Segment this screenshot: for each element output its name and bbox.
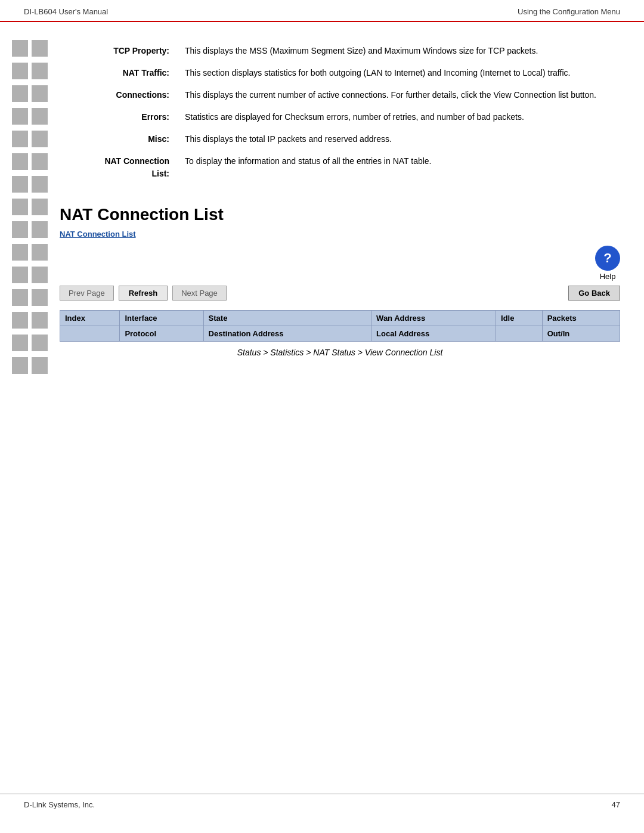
sidebar-pair-7 xyxy=(12,176,48,193)
sidebar-pair-2 xyxy=(12,63,48,79)
manual-title: DI-LB604 User's Manual xyxy=(24,7,108,16)
prop-label-nat-traffic: NAT Traffic: xyxy=(60,62,179,84)
sidebar-block xyxy=(12,267,28,283)
sidebar-block xyxy=(32,131,48,147)
prop-desc-nat-connection-list: To display the information and status of… xyxy=(179,150,620,185)
properties-table: TCP Property: This displays the MSS (Max… xyxy=(60,40,620,185)
sidebar-block xyxy=(12,244,28,261)
col-interface: Interface xyxy=(120,311,203,326)
footer-company: D-Link Systems, Inc. xyxy=(24,800,95,809)
sidebar-pair-1 xyxy=(12,40,48,57)
col-destination-address: Destination Address xyxy=(203,326,371,342)
sidebar-block xyxy=(32,357,48,374)
col-idle: Idle xyxy=(496,311,543,326)
sidebar-pair-3 xyxy=(12,85,48,102)
sidebar-pair-4 xyxy=(12,108,48,125)
sidebar-block xyxy=(12,108,28,125)
sidebar-block xyxy=(32,312,48,329)
sidebar-block xyxy=(12,176,28,193)
col-out-in: Out/In xyxy=(542,326,620,342)
col-wan-address: Wan Address xyxy=(371,311,496,326)
sidebar-block xyxy=(32,244,48,261)
sidebar-block xyxy=(32,176,48,193)
sidebar-block xyxy=(32,289,48,306)
sidebar-block xyxy=(32,199,48,215)
nat-connection-list-section: NAT Connection List NAT Connection List … xyxy=(60,199,620,357)
sidebar-block xyxy=(32,153,48,170)
sidebar-pair-6 xyxy=(12,153,48,170)
sidebar-pair-5 xyxy=(12,131,48,147)
prev-page-button[interactable]: Prev Page xyxy=(60,286,114,301)
sidebar-block xyxy=(12,335,28,351)
sidebar-block xyxy=(12,199,28,215)
next-page-button[interactable]: Next Page xyxy=(172,286,227,301)
prop-label-connections: Connections: xyxy=(60,84,179,106)
sidebar-block xyxy=(12,85,28,102)
sidebar-block xyxy=(12,221,28,238)
sidebar-block xyxy=(12,312,28,329)
breadcrumb-path: Status > Statistics > NAT Status > View … xyxy=(60,348,620,357)
col-empty2 xyxy=(496,326,543,342)
prop-row-misc: Misc: This displays the total IP packets… xyxy=(60,128,620,150)
sidebar-block xyxy=(32,63,48,79)
help-icon: ? xyxy=(595,246,620,271)
sidebar-block xyxy=(32,267,48,283)
content-area: TCP Property: This displays the MSS (Max… xyxy=(54,34,644,376)
sidebar-block xyxy=(12,289,28,306)
connection-list-table: Index Interface State Wan Address Idle P… xyxy=(60,310,620,342)
prop-desc-connections: This displays the current number of acti… xyxy=(179,84,620,106)
prop-row-nat-traffic: NAT Traffic: This section displays stati… xyxy=(60,62,620,84)
table-header-row2: Protocol Destination Address Local Addre… xyxy=(60,326,620,342)
sidebar-pair-13 xyxy=(12,312,48,329)
page-footer: D-Link Systems, Inc. 47 xyxy=(0,794,644,815)
sidebar-block xyxy=(32,335,48,351)
go-back-button[interactable]: Go Back xyxy=(568,286,620,301)
col-state: State xyxy=(203,311,371,326)
prop-desc-errors: Statistics are displayed for Checksum er… xyxy=(179,106,620,128)
sidebar-pair-15 xyxy=(12,357,48,374)
sidebar-block xyxy=(32,108,48,125)
col-empty xyxy=(60,326,120,342)
sidebar-pair-10 xyxy=(12,244,48,261)
page-header: DI-LB604 User's Manual Using the Configu… xyxy=(0,0,644,22)
sidebar-block xyxy=(32,40,48,57)
nat-breadcrumb-link[interactable]: NAT Connection List xyxy=(60,230,136,239)
col-local-address: Local Address xyxy=(371,326,496,342)
sidebar xyxy=(0,34,54,376)
prop-label-tcp: TCP Property: xyxy=(60,40,179,62)
main-layout: TCP Property: This displays the MSS (Max… xyxy=(0,22,644,376)
table-header-row1: Index Interface State Wan Address Idle P… xyxy=(60,311,620,326)
sidebar-block xyxy=(32,221,48,238)
prop-label-nat-connection-list: NAT ConnectionList: xyxy=(60,150,179,185)
prop-label-misc: Misc: xyxy=(60,128,179,150)
prop-row-nat-connection-list: NAT ConnectionList: To display the infor… xyxy=(60,150,620,185)
col-protocol: Protocol xyxy=(120,326,203,342)
prop-label-errors: Errors: xyxy=(60,106,179,128)
help-area: ? Help xyxy=(60,246,620,281)
prop-desc-nat-traffic: This section displays statistics for bot… xyxy=(179,62,620,84)
help-button[interactable]: ? Help xyxy=(595,246,620,281)
sidebar-block xyxy=(12,153,28,170)
buttons-row: Prev Page Refresh Next Page Go Back xyxy=(60,286,620,301)
sidebar-block xyxy=(12,357,28,374)
prop-row-errors: Errors: Statistics are displayed for Che… xyxy=(60,106,620,128)
prop-row-connections: Connections: This displays the current n… xyxy=(60,84,620,106)
sidebar-pair-8 xyxy=(12,199,48,215)
prop-desc-misc: This displays the total IP packets and r… xyxy=(179,128,620,150)
help-label: Help xyxy=(600,272,616,281)
sidebar-pair-11 xyxy=(12,267,48,283)
refresh-button[interactable]: Refresh xyxy=(119,286,168,301)
prop-desc-tcp: This displays the MSS (Maximum Segment S… xyxy=(179,40,620,62)
sidebar-block xyxy=(32,85,48,102)
footer-page-number: 47 xyxy=(612,800,620,809)
sidebar-block xyxy=(12,63,28,79)
col-index: Index xyxy=(60,311,120,326)
section-title: Using the Configuration Menu xyxy=(518,7,620,16)
sidebar-pair-9 xyxy=(12,221,48,238)
prop-row-tcp: TCP Property: This displays the MSS (Max… xyxy=(60,40,620,62)
nat-section-heading: NAT Connection List xyxy=(60,199,620,224)
sidebar-pair-12 xyxy=(12,289,48,306)
col-packets: Packets xyxy=(542,311,620,326)
sidebar-block xyxy=(12,131,28,147)
sidebar-block xyxy=(12,40,28,57)
